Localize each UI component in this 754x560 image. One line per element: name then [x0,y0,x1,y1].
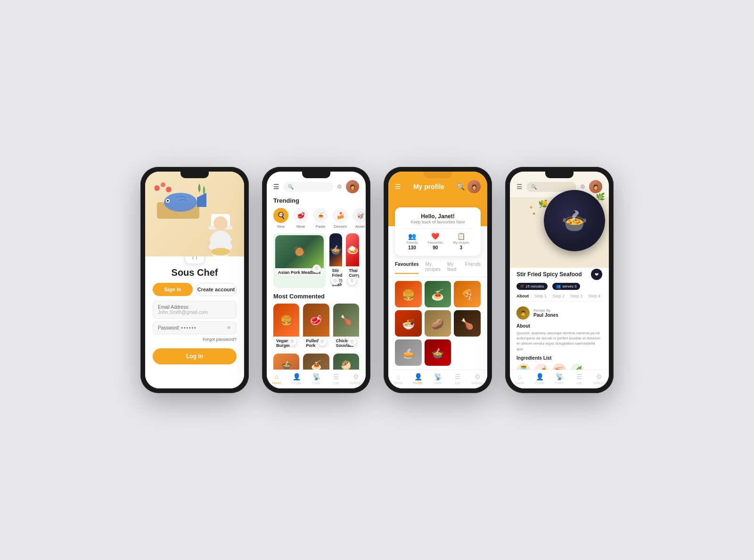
more-card-2[interactable]: 🍝 Mushroom Pasta [303,354,329,370]
tab-myfeed[interactable]: My feed [447,262,459,274]
user-avatar[interactable]: 👩 [346,180,359,193]
heart-c2[interactable]: ♡ [318,338,327,346]
detail-tabs: About Step 1 Step 2 Step 3 Step 4 [516,294,602,302]
category-asian[interactable]: 🥡 Asian [352,208,366,229]
fav-img-1: 🍔 [395,281,422,307]
menu-icon[interactable]: ☰ [273,183,279,190]
trending-title: Trending [267,197,366,208]
nav-list[interactable]: ☰ List [326,373,346,385]
tab-friends[interactable]: Friends [465,262,481,274]
ingredient-chili[interactable]: 🌶️ [534,363,549,370]
deco-star1: ✦ [529,204,533,211]
nav-settings[interactable]: ⚙ Settings [346,373,366,385]
fav-item-5[interactable]: 🥔 Roasted Potatoes [425,310,451,337]
menu-icon[interactable]: ☰ [516,183,523,190]
feed-label: Feed [556,381,563,385]
email-label: Email Address: [158,305,189,310]
nav-feed[interactable]: 📡 Feed [428,373,448,385]
ingredient-oil[interactable]: 🫙 [516,363,531,370]
more-card-1[interactable]: 🍲 Salmon Soup [273,354,299,370]
profile-title: My profile [401,183,457,190]
svg-marker-2 [197,193,206,207]
tab-myrecipes[interactable]: My recipes [426,262,441,274]
trending-card-2[interactable]: 🍲 Stir Fried Spicy Seafood ♡ [329,233,343,288]
ingredient-peas[interactable]: 🫛 [570,363,584,370]
commented-card-1[interactable]: 🍔 Vegan Burger ♡ [273,304,299,349]
clock-icon: ⏱ [520,284,524,288]
commented-card-3[interactable]: 🍗 Chicken Souvlaki ♡ [333,304,359,349]
trending-screen: ☰ 🔍 ⚙ 👩 Trending 🍳 New [267,172,366,388]
fav-item-1[interactable]: 🍔 Vegan Burger [395,281,422,307]
email-field[interactable]: Email Address: John.Smith@gmail.com [153,301,237,319]
category-meat[interactable]: 🥩 Meat [293,208,308,229]
forgot-password-link[interactable]: Forgot password? [203,337,237,342]
app-title: Sous Chef [172,267,218,278]
log-in-button[interactable]: Log In [153,348,237,364]
search-bar[interactable]: 🔍 [283,182,333,192]
nav-profile[interactable]: 👤 Profile [408,373,428,385]
fav-item-4[interactable]: 🍜 Ma... [395,310,422,337]
nav-settings[interactable]: ⚙ Settings [467,373,487,385]
search-icon[interactable]: 🔍 [457,183,465,190]
avatar-image: 👩 [346,180,359,193]
avatar-image: 👩 [589,180,602,193]
heart-favourite-button[interactable]: ❤ [591,269,602,280]
nav-list[interactable]: ☰ List [569,373,589,385]
heart-c3[interactable]: ♡ [348,338,356,346]
fav-item-7[interactable]: 🥧 Pantry Cone [395,339,422,366]
nav-feed[interactable]: 📡 Feed [549,373,569,385]
fav-item-2[interactable]: 🍝 Pasta and Herbs [425,281,451,307]
category-dessert[interactable]: 🍰 Dessert [333,208,348,229]
heart-3[interactable]: ♡ [348,277,356,285]
fav-item-8[interactable]: 🍲 Chi... [425,339,451,366]
login-screen: 🍴 Sous Chef Sign In Create account Email… [145,172,244,388]
category-pasta[interactable]: 🍝 Pasta [313,208,328,229]
cat-label-meat: Meat [296,224,305,229]
recipe-asian-pork: 🥘 Asian Pork Meatballs ♡ [275,235,324,276]
show-password-icon[interactable]: 👁 [227,325,231,330]
trending-card-3[interactable]: 🍛 Thai Curry ♡ [346,233,359,288]
commented-card-2[interactable]: 🥩 Pulled Pork ♡ [303,304,329,349]
myrecipes-value: 3 [460,245,463,250]
user-avatar[interactable]: 👩 [589,180,602,193]
favourites-label: Favourites [427,241,443,244]
filter-icon[interactable]: ⚙ [337,183,342,190]
nav-list[interactable]: ☰ List [448,373,467,385]
sign-in-button[interactable]: Sign In [153,283,193,296]
filter-icon[interactable]: ⚙ [580,183,585,190]
ingredient-shrimp[interactable]: 🦐 [552,363,566,370]
tab-step2[interactable]: Step 2 [552,294,565,298]
nav-feed[interactable]: 📡 Feed [306,373,326,385]
nav-settings[interactable]: ⚙ Settings [589,373,609,385]
trending-card-1[interactable]: 🥘 Asian Pork Meatballs ♡ [273,233,326,288]
most-commented-title: Most Commented [267,293,366,304]
fav-item-6[interactable]: 🍗 Bbq Chicken [454,310,481,337]
settings-label: Settings [471,381,483,385]
more-card-3[interactable]: 🥙 Gua Bao [333,354,359,370]
fav-item-3[interactable]: 🍕 Paneer Pizza [454,281,481,307]
tab-step1[interactable]: Step 1 [534,294,547,298]
nav-home[interactable]: ⌂ Home [267,373,287,385]
tab-about[interactable]: About [516,294,529,298]
nav-home[interactable]: ⌂ Home [388,373,408,385]
favourites-grid: 🍔 Vegan Burger 🍝 Pasta and Herbs 🍕 Panee… [388,277,487,370]
menu-icon[interactable]: ☰ [395,183,401,190]
password-field[interactable]: Password: •••••• 👁 [153,321,237,334]
password-label: Password: [158,325,180,330]
category-new[interactable]: 🍳 New [273,208,288,229]
fav-img-2: 🍝 [425,281,451,307]
nav-profile[interactable]: 👤 Profile [287,373,306,385]
create-account-button[interactable]: Create account [196,283,237,296]
tab-favourites[interactable]: Favourites [395,262,419,274]
tab-step4[interactable]: Step 4 [588,294,600,298]
oil-icon: 🫙 [516,363,531,370]
heart-1[interactable]: ♡ [312,264,321,273]
nav-profile[interactable]: 👤 Profile [530,373,549,385]
nav-home[interactable]: ⌂ Home [510,373,530,385]
recipe-meta: ⏱ 15 minutes 👥 serves 3 [516,283,602,290]
chili-icon: 🌶️ [534,363,549,370]
author-avatar: 👨 [516,306,530,320]
avatar-image: 👩 [467,180,481,193]
user-avatar[interactable]: 👩 [467,180,481,193]
tab-step3[interactable]: Step 3 [570,294,582,298]
